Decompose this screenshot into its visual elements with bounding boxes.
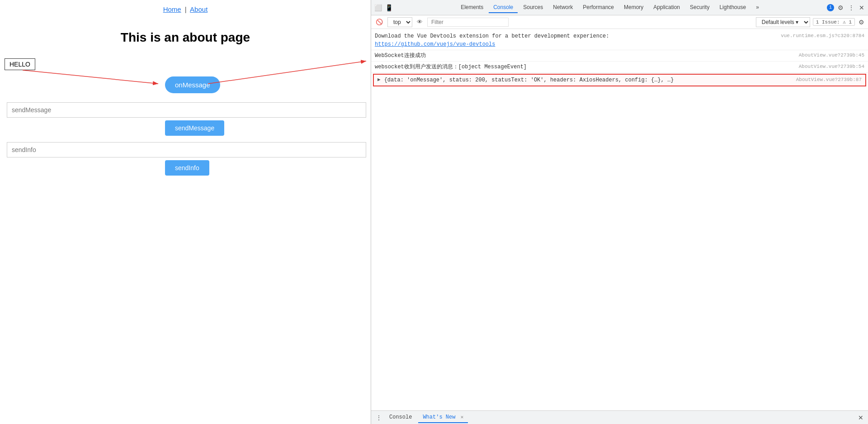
close-devtools-icon[interactable]: ✕ xyxy=(858,3,865,12)
on-message-button[interactable]: onMessage xyxy=(165,76,220,93)
settings-icon[interactable]: ⚙ xyxy=(837,3,844,12)
expand-arrow-icon[interactable]: ▶ xyxy=(377,76,381,84)
issue-badge: 1 Issue: ⚠ 1 xyxy=(813,18,855,26)
send-message-button[interactable]: sendMessage xyxy=(165,120,224,136)
devtools-bottombar: ⋮ Console What's New ✕ ✕ xyxy=(371,410,868,424)
devtools-topbar-right: 1 ⚙ ⋮ ✕ xyxy=(827,3,865,12)
devtools-top-icons: ⬜ 📱 xyxy=(374,4,393,12)
hello-badge: HELLO xyxy=(5,58,35,70)
console-entry-3-text: websocket收到用户发送的消息：[object MessageEvent] xyxy=(375,63,795,71)
console-entry-2-source[interactable]: AboutView.vue?2739b:45 xyxy=(799,52,864,59)
console-entry-4: ▶ {data: 'onMessage', status: 200, statu… xyxy=(373,74,866,86)
settings-console-icon[interactable]: ⚙ xyxy=(858,18,865,27)
console-entry-3-source[interactable]: AboutView.vue?2739b:54 xyxy=(799,63,864,71)
console-entry-3: websocket收到用户发送的消息：[object MessageEvent]… xyxy=(371,62,868,73)
bottom-tab-console[interactable]: Console xyxy=(385,412,416,423)
clear-console-icon[interactable]: 🚫 xyxy=(374,18,385,26)
nav-separator: | xyxy=(185,5,187,13)
console-entry-4-source[interactable]: AboutView.vue?2739b:87 xyxy=(796,76,862,84)
console-entry-2-text: WebSocket连接成功 xyxy=(375,52,795,60)
tab-lighthouse[interactable]: Lighthouse xyxy=(715,2,750,13)
app-area: Home | About This is an about page HELLO… xyxy=(0,0,371,424)
vue-devtools-link[interactable]: https://github.com/vuejs/vue-devtools xyxy=(375,41,495,48)
tab-performance[interactable]: Performance xyxy=(578,2,618,13)
console-entry-2: WebSocket连接成功 AboutView.vue?2739b:45 xyxy=(371,50,868,62)
tab-sources[interactable]: Sources xyxy=(519,2,547,13)
context-selector[interactable]: top xyxy=(387,17,412,27)
tab-elements[interactable]: Elements xyxy=(456,2,488,13)
nav-bar: Home | About xyxy=(0,0,371,17)
page-title: This is an about page xyxy=(0,30,371,45)
about-link[interactable]: About xyxy=(190,5,208,13)
devtools-topbar: ⬜ 📱 Elements Console Sources Network Per… xyxy=(371,0,868,15)
tab-network[interactable]: Network xyxy=(548,2,577,13)
tab-console[interactable]: Console xyxy=(489,2,518,13)
log-levels-selector[interactable]: Default levels ▾ xyxy=(756,17,810,27)
send-info-input[interactable] xyxy=(7,142,366,157)
devtools-console-toolbar: 🚫 top 👁 Default levels ▾ 1 Issue: ⚠ 1 ⚙ xyxy=(371,15,868,29)
close-bottom-panel-icon[interactable]: ✕ xyxy=(857,413,864,422)
more-options-icon[interactable]: ⋮ xyxy=(847,3,855,12)
tab-application[interactable]: Application xyxy=(649,2,684,13)
bottom-menu-icon[interactable]: ⋮ xyxy=(375,413,383,422)
devtools-panel: ⬜ 📱 Elements Console Sources Network Per… xyxy=(371,0,868,424)
send-info-button[interactable]: sendInfo xyxy=(165,160,209,176)
console-entry-4-text: {data: 'onMessage', status: 200, statusT… xyxy=(384,76,793,84)
device-toggle-icon[interactable]: 📱 xyxy=(385,4,393,12)
notification-badge: 1 xyxy=(827,4,834,11)
console-filter-input[interactable] xyxy=(427,18,509,27)
send-message-input[interactable] xyxy=(7,102,366,118)
console-entry-1-source[interactable]: vue.runtime.esm.js?c320:8784 xyxy=(781,32,864,40)
inspect-icon[interactable]: ⬜ xyxy=(374,4,382,12)
tab-memory[interactable]: Memory xyxy=(619,2,648,13)
console-entry-1: Download the Vue Devtools extension for … xyxy=(371,31,868,50)
devtools-console: Download the Vue Devtools extension for … xyxy=(371,29,868,410)
console-entry-1-text: Download the Vue Devtools extension for … xyxy=(375,32,777,48)
eye-icon[interactable]: 👁 xyxy=(415,18,425,26)
arrows-and-button: onMessage xyxy=(5,76,366,98)
bottom-tab-whats-new[interactable]: What's New ✕ xyxy=(418,412,468,423)
tab-security[interactable]: Security xyxy=(685,2,714,13)
home-link[interactable]: Home xyxy=(163,5,181,13)
close-whats-new-icon[interactable]: ✕ xyxy=(461,414,464,420)
app-content: HELLO onMessage sendMessage sendInfo xyxy=(0,58,371,182)
tab-more[interactable]: » xyxy=(751,2,764,13)
